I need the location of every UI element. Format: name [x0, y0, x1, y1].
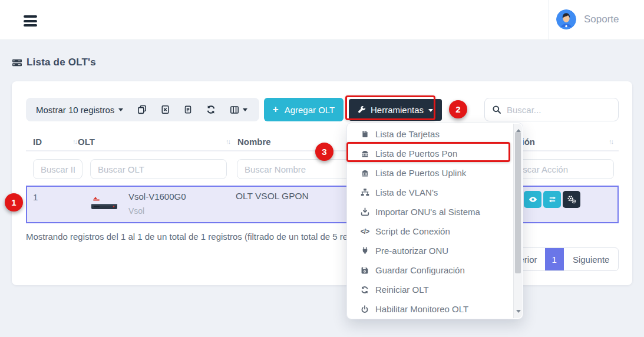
filter-id-input[interactable]	[33, 159, 82, 179]
table-row[interactable]: 1 Vsol-V1600G0 Vsol OLT VSOL GPON	[26, 186, 619, 223]
sort-icon[interactable]: ↑↓	[226, 138, 230, 145]
row-olt-brand: Vsol	[128, 206, 144, 216]
menu-item-habilitar-monitoreo-olt[interactable]: Habilitar Monitoreo OLT	[347, 299, 514, 319]
search-icon	[492, 105, 501, 114]
menu-item-guardar-configuracion[interactable]: Guardar Configuración	[347, 260, 514, 280]
olt-device-image	[90, 194, 120, 215]
pagination-page-1[interactable]: 1	[545, 248, 564, 270]
olt-settings-button[interactable]	[563, 191, 580, 208]
sync-icon	[359, 286, 370, 294]
search-input[interactable]	[507, 105, 611, 115]
dropdown-scrollbar[interactable]	[513, 124, 522, 318]
eye-icon	[529, 195, 537, 204]
refresh-icon[interactable]	[206, 105, 216, 114]
sort-icon[interactable]: ↑↓	[72, 138, 77, 145]
gears-icon	[567, 195, 576, 204]
annotation-step-1: 1	[5, 193, 23, 212]
import-download-icon	[359, 207, 370, 216]
avatar	[556, 9, 576, 29]
filter-olt-input[interactable]	[90, 159, 227, 179]
row-nombre: OLT VSOL GPON	[236, 191, 309, 201]
add-olt-button[interactable]: + Agregar OLT	[264, 98, 344, 121]
vlan-network-icon	[359, 188, 370, 197]
menu-toggle-icon[interactable]	[24, 15, 37, 29]
table-toolbar: Mostrar 10 registros	[26, 98, 259, 121]
menu-item-pre-autorizar-onu[interactable]: Pre-autorizar ONU	[347, 241, 514, 260]
columns-icon	[230, 105, 239, 114]
export-excel-icon[interactable]	[161, 105, 170, 114]
view-olt-button[interactable]	[524, 191, 541, 208]
scroll-up-icon[interactable]	[516, 127, 521, 132]
scrollbar-thumb[interactable]	[515, 132, 521, 273]
records-summary: Mostrando registros del 1 al 1 de un tot…	[26, 232, 377, 242]
column-header-id[interactable]: ID ↑↓	[33, 133, 77, 150]
top-navbar: Soporte	[0, 0, 644, 40]
save-icon	[359, 266, 370, 275]
annotation-step-3: 3	[315, 143, 333, 161]
row-olt-model: Vsol-V1600G0	[128, 191, 186, 201]
plus-icon: +	[273, 104, 279, 115]
chevron-down-icon	[118, 108, 123, 114]
records-per-page-dropdown[interactable]: Mostrar 10 registros	[36, 105, 123, 115]
column-visibility-dropdown[interactable]	[230, 105, 247, 114]
menu-item-lista-de-tarjetas[interactable]: Lista de Tarjetas	[347, 124, 514, 144]
row-id: 1	[33, 192, 38, 202]
page-title: Lista de OLT's	[27, 57, 96, 68]
screen: Soporte Lista de OLT's Mostrar 10 regist…	[0, 0, 644, 337]
copy-icon[interactable]	[137, 105, 147, 114]
ports-icon	[359, 169, 370, 177]
server-icon	[12, 58, 22, 68]
user-menu[interactable]: Soporte	[556, 9, 619, 29]
navbar-divider	[548, 0, 549, 39]
sort-icon[interactable]: ↑↓	[609, 138, 613, 145]
sd-card-icon	[359, 130, 370, 138]
file-document-icon[interactable]	[184, 105, 192, 114]
power-icon	[359, 305, 370, 313]
table-search	[484, 98, 619, 121]
menu-item-lista-de-puertos-uplink[interactable]: Lista de Puertos Uplink	[347, 163, 514, 183]
scroll-down-icon[interactable]	[516, 310, 521, 315]
row-actions	[524, 191, 580, 208]
chevron-down-icon	[243, 108, 247, 114]
annotation-box-tools	[345, 95, 435, 120]
annotation-step-2: 2	[449, 100, 467, 118]
pagination-next[interactable]: Siguiente	[564, 248, 619, 270]
menu-item-importar-onus[interactable]: Importar ONU's al Sistema	[347, 202, 514, 222]
page-title-row: Lista de OLT's	[12, 57, 96, 68]
annotation-box-puertos-pon	[346, 142, 510, 162]
transfer-olt-button[interactable]	[543, 191, 561, 208]
code-icon: </>	[359, 227, 370, 236]
plug-icon	[359, 246, 370, 255]
menu-item-lista-de-vlans[interactable]: Lista de VLAN's	[347, 183, 514, 202]
olt-list-card: Mostrar 10 registros	[12, 81, 632, 285]
column-header-olt[interactable]: OLT ↑↓	[78, 133, 230, 150]
exchange-arrows-icon	[548, 195, 557, 204]
user-name: Soporte	[584, 14, 619, 25]
menu-item-script-de-conexion[interactable]: </> Script de Conexión	[347, 222, 514, 241]
menu-item-reiniciar-olt[interactable]: Reiniciar OLT	[347, 280, 514, 299]
